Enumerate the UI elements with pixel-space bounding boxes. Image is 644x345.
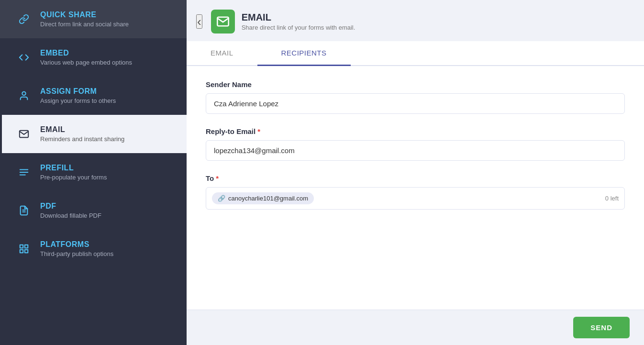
sidebar-item-pdf-title: PDF <box>40 202 101 211</box>
main-content: ‹ EMAIL Share direct link of your forms … <box>187 0 644 345</box>
form-content: Sender Name Reply-to Email * To * 🔗 cano… <box>187 66 644 310</box>
sidebar-item-assign-form[interactable]: ASSIGN FORM Assign your forms to others <box>0 77 187 115</box>
chip-email: canoycharlie101@gmail.com <box>228 195 308 202</box>
code-icon <box>15 52 33 63</box>
reply-to-label: Reply-to Email * <box>206 127 625 135</box>
sender-name-label: Sender Name <box>206 80 625 89</box>
sidebar-item-pdf[interactable]: PDF Download fillable PDF <box>0 191 187 230</box>
tab-email[interactable]: EMAIL <box>187 41 257 66</box>
sidebar-item-assign-form-title: ASSIGN FORM <box>40 87 116 96</box>
sidebar-item-platforms-subtitle: Third-party publish options <box>40 250 113 257</box>
pdf-icon <box>15 205 33 216</box>
header-email-icon <box>211 10 235 33</box>
tab-recipients[interactable]: RECIPIENTS <box>257 41 351 66</box>
svg-rect-9 <box>25 250 28 253</box>
sidebar-item-prefill-subtitle: Pre-populate your forms <box>40 174 107 181</box>
prefill-icon <box>15 167 33 178</box>
send-button[interactable]: SEND <box>573 317 630 338</box>
sidebar-item-email[interactable]: EMAIL Reminders and instant sharing <box>0 115 187 153</box>
back-button[interactable]: ‹ <box>196 14 202 29</box>
to-left-count: 0 left <box>605 195 619 202</box>
sidebar-item-embed-subtitle: Various web page embed options <box>40 59 132 66</box>
assign-icon <box>15 90 33 101</box>
sidebar-item-platforms[interactable]: PLATFORMS Third-party publish options <box>0 230 187 268</box>
email-sidebar-icon <box>15 129 33 139</box>
to-required-star: * <box>216 174 219 182</box>
link-icon <box>15 14 33 24</box>
page-subtitle: Share direct link of your forms with ema… <box>242 24 355 31</box>
svg-point-0 <box>22 92 25 95</box>
tab-bar: EMAIL RECIPIENTS <box>187 41 644 66</box>
sender-name-input[interactable] <box>206 93 625 114</box>
svg-rect-8 <box>20 250 23 253</box>
sidebar-item-prefill[interactable]: PREFILL Pre-populate your forms <box>0 153 187 191</box>
svg-rect-7 <box>25 245 28 248</box>
page-footer: SEND <box>187 310 644 345</box>
reply-to-group: Reply-to Email * <box>206 127 625 161</box>
to-field[interactable]: 🔗 canoycharlie101@gmail.com 0 left <box>206 187 625 210</box>
svg-rect-6 <box>20 245 23 248</box>
sidebar-item-platforms-title: PLATFORMS <box>40 240 113 249</box>
sidebar-item-embed-title: EMBED <box>40 49 132 57</box>
sidebar-item-quick-share-subtitle: Direct form link and social share <box>40 21 129 28</box>
sidebar-item-embed[interactable]: EMBED Various web page embed options <box>0 38 187 77</box>
page-header: ‹ EMAIL Share direct link of your forms … <box>187 0 644 41</box>
reply-to-input[interactable] <box>206 140 625 161</box>
sender-name-group: Sender Name <box>206 80 625 114</box>
platforms-icon <box>15 244 33 254</box>
page-title: EMAIL <box>242 12 355 23</box>
email-chip: 🔗 canoycharlie101@gmail.com <box>212 192 314 204</box>
sidebar-item-assign-form-subtitle: Assign your forms to others <box>40 97 116 104</box>
sidebar-item-email-title: EMAIL <box>40 125 124 134</box>
sidebar-item-email-subtitle: Reminders and instant sharing <box>40 135 124 143</box>
sidebar: QUICK SHARE Direct form link and social … <box>0 0 187 345</box>
sidebar-item-quick-share-title: QUICK SHARE <box>40 11 129 19</box>
reply-to-required-star: * <box>257 127 260 135</box>
chip-link-icon: 🔗 <box>218 195 225 202</box>
to-label: To * <box>206 174 625 182</box>
to-group: To * 🔗 canoycharlie101@gmail.com 0 left <box>206 174 625 210</box>
sidebar-item-prefill-title: PREFILL <box>40 164 107 172</box>
sidebar-item-pdf-subtitle: Download fillable PDF <box>40 212 101 219</box>
sidebar-item-quick-share[interactable]: QUICK SHARE Direct form link and social … <box>0 0 187 38</box>
